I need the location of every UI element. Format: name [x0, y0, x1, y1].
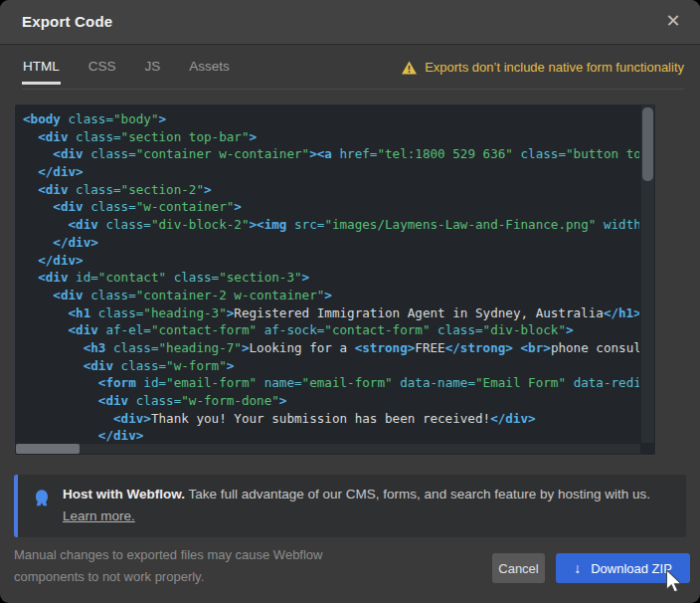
- tab-js[interactable]: JS: [144, 56, 162, 85]
- dialog-titlebar: Export Code ✕: [0, 0, 700, 45]
- footer-note-line2: components to not work properly.: [14, 566, 322, 588]
- footer-note: Manual changes to exported files may cau…: [14, 544, 322, 588]
- download-button-label: Download ZIP: [591, 561, 672, 576]
- code-lines: <body class="body"> <div class="section …: [23, 110, 639, 443]
- banner-title: Host with Webflow.: [63, 487, 185, 502]
- close-icon[interactable]: ✕: [662, 10, 684, 32]
- tab-assets[interactable]: Assets: [188, 56, 231, 85]
- vertical-scrollbar-thumb[interactable]: [642, 107, 653, 181]
- tab-css[interactable]: CSS: [88, 56, 117, 85]
- download-arrow-icon: ↓: [574, 561, 581, 575]
- warning-text: Exports don’t include native form functi…: [425, 60, 684, 75]
- vertical-scrollbar[interactable]: [641, 105, 654, 443]
- horizontal-scrollbar-thumb[interactable]: [16, 444, 80, 454]
- footer-note-line1: Manual changes to exported files may cau…: [14, 544, 322, 566]
- form-warning: Exports don’t include native form functi…: [402, 60, 684, 75]
- webflow-logo-icon: [32, 488, 52, 509]
- cancel-button[interactable]: Cancel: [492, 553, 545, 583]
- banner-body: Take full advantage of our CMS, forms, a…: [185, 487, 650, 502]
- dialog-title: Export Code: [22, 13, 112, 30]
- host-with-webflow-banner: Host with Webflow. Take full advantage o…: [14, 475, 686, 537]
- warning-triangle-icon: [402, 61, 417, 75]
- tab-html[interactable]: HTML: [22, 56, 61, 85]
- download-zip-button[interactable]: ↓ Download ZIP: [556, 553, 690, 583]
- cancel-button-label: Cancel: [498, 561, 538, 576]
- learn-more-link[interactable]: Learn more.: [63, 508, 135, 523]
- banner-text: Host with Webflow. Take full advantage o…: [63, 484, 650, 527]
- export-code-dialog: Export Code ✕ HTML CSS JS Assets Exports…: [0, 0, 700, 603]
- code-editor[interactable]: <body class="body"> <div class="section …: [14, 103, 656, 456]
- horizontal-scrollbar[interactable]: [16, 444, 640, 454]
